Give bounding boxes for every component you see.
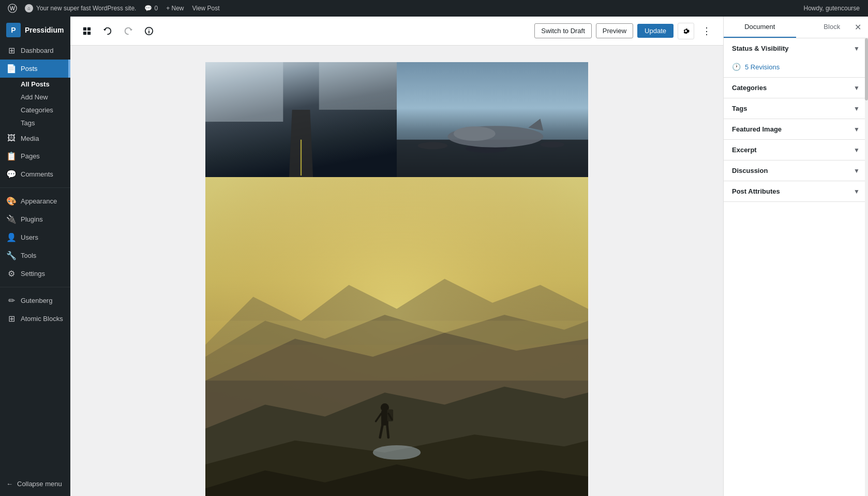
categories-header[interactable]: Categories ▼ [724,78,868,98]
road-image[interactable] [205,62,397,177]
sidebar-subitem-add-new[interactable]: Add New [0,91,70,104]
toolbar-actions: Switch to Draft Preview Update ⋮ [534,23,715,39]
switch-to-draft-button[interactable]: Switch to Draft [534,23,592,38]
sidebar-subitem-categories[interactable]: Categories [0,104,70,116]
svg-point-18 [541,141,564,148]
right-panel: Document Block ✕ Status & Visibility ▼ 🕐… [723,17,868,496]
sidebar-item-users[interactable]: 👤 Users [0,228,70,246]
admin-bar-howdy: Howdy, gutencourse [803,5,864,12]
mountain-image-inner [205,177,588,496]
collapse-icon: ← [6,480,13,488]
svg-point-20 [454,126,496,141]
dashboard-icon: ⊞ [6,46,17,55]
settings-button[interactable] [678,23,694,39]
panel-close-button[interactable]: ✕ [851,21,864,34]
panel-section-tags: Tags ▼ [724,98,868,119]
brand-name: Pressidium [25,26,64,34]
revisions-row[interactable]: 🕐 5 Revisions [724,59,868,77]
admin-bar-new[interactable]: + New [162,5,188,12]
status-visibility-header[interactable]: Status & Visibility ▼ [724,38,868,59]
sidebar-brand: P Pressidium [0,19,70,41]
sidebar-subitem-all-posts[interactable]: All Posts [0,78,70,91]
comments-icon: 💬 [144,5,152,12]
sidebar-item-pages[interactable]: 📋 Pages [0,147,70,165]
atomic-blocks-icon: ⊞ [6,314,17,324]
sidebar-item-gutenberg[interactable]: ✏ Gutenberg [0,291,70,310]
plane-wreck-image[interactable] [397,62,588,177]
sidebar-item-settings[interactable]: ⚙ Settings [0,265,70,283]
revisions-label: 5 Revisions [745,63,780,71]
sidebar-item-label: Media [21,135,39,142]
redo-button[interactable] [120,23,137,39]
svg-rect-4 [83,31,86,34]
info-button[interactable] [141,23,157,39]
more-options-button[interactable]: ⋮ [698,23,715,39]
sidebar-item-label: Users [21,234,38,241]
discussion-header[interactable]: Discussion ▼ [724,161,868,181]
status-visibility-title: Status & Visibility [732,45,789,52]
discussion-chevron: ▼ [854,167,860,174]
svg-text:W: W [10,5,16,11]
panel-section-discussion: Discussion ▼ [724,161,868,181]
sidebar-divider-1 [0,187,70,188]
post-attributes-chevron: ▼ [854,188,860,195]
add-block-button[interactable] [79,23,95,39]
appearance-icon: 🎨 [6,196,17,206]
wp-logo-icon[interactable]: W [4,0,21,17]
featured-image-header[interactable]: Featured Image ▼ [724,119,868,139]
sidebar-item-plugins[interactable]: 🔌 Plugins [0,210,70,228]
update-button[interactable]: Update [637,24,674,38]
sidebar-item-posts[interactable]: 📄 Posts [0,60,70,78]
sidebar-item-atomic-blocks[interactable]: ⊞ Atomic Blocks [0,310,70,328]
featured-image-chevron: ▼ [854,126,860,133]
editor-content[interactable]: ♪ ≡ ⊡ [70,46,723,496]
site-icon: ⌂ [25,4,33,12]
sidebar-item-appearance[interactable]: 🎨 Appearance [0,192,70,210]
panel-section-excerpt: Excerpt ▼ [724,140,868,161]
mountain-hiker-image[interactable] [205,177,588,496]
undo-button[interactable] [99,23,116,39]
admin-bar: W ⌂ Your new super fast WordPress site. … [0,0,868,17]
sidebar-item-comments[interactable]: 💬 Comments [0,165,70,183]
admin-bar-comments[interactable]: 💬 0 [140,5,162,12]
admin-bar-site[interactable]: ⌂ Your new super fast WordPress site. [21,4,140,12]
sidebar-item-label: Atomic Blocks [21,315,63,323]
sidebar-item-tools[interactable]: 🔧 Tools [0,246,70,265]
svg-point-8 [149,28,149,29]
sidebar-item-label: Posts [21,65,38,72]
sidebar-item-label: Dashboard [21,47,54,54]
plane-image-inner [397,62,588,177]
svg-rect-39 [205,321,588,345]
panel-section-featured-image: Featured Image ▼ [724,119,868,140]
sidebar-item-media[interactable]: 🖼 Media [0,129,70,147]
status-visibility-chevron: ▼ [854,45,860,52]
svg-rect-2 [83,27,86,30]
tab-document[interactable]: Document [724,17,796,38]
panel-section-categories: Categories ▼ [724,78,868,98]
settings-icon: ⚙ [6,269,17,279]
right-panel-tabs: Document Block ✕ [724,17,868,38]
right-panel-content: Status & Visibility ▼ 🕐 5 Revisions Cate… [724,38,868,496]
sidebar-item-dashboard[interactable]: ⊞ Dashboard [0,41,70,60]
tags-chevron: ▼ [854,105,860,112]
editor-area: Switch to Draft Preview Update ⋮ [70,17,723,496]
sidebar-item-label: Plugins [21,215,43,223]
svg-rect-5 [87,31,91,34]
admin-bar-view-post[interactable]: View Post [188,5,223,12]
tags-header[interactable]: Tags ▼ [724,98,868,119]
excerpt-header[interactable]: Excerpt ▼ [724,140,868,160]
panel-section-post-attributes: Post Attributes ▼ [724,181,868,202]
sidebar-subitem-tags[interactable]: Tags [0,116,70,129]
scrollbar-track [865,38,868,496]
excerpt-title: Excerpt [732,146,757,154]
post-attributes-header[interactable]: Post Attributes ▼ [724,181,868,201]
scrollbar-thumb[interactable] [865,38,868,100]
svg-rect-38 [205,345,588,381]
sidebar-item-label: Comments [21,170,53,178]
gallery-row-2[interactable] [205,62,588,177]
categories-title: Categories [732,84,767,92]
sidebar-collapse-button[interactable]: ← Collapse menu [0,476,70,496]
featured-image-title: Featured Image [732,125,782,133]
sidebar: P Pressidium ⊞ Dashboard 📄 Posts All Pos… [0,17,70,496]
preview-button[interactable]: Preview [596,23,633,38]
